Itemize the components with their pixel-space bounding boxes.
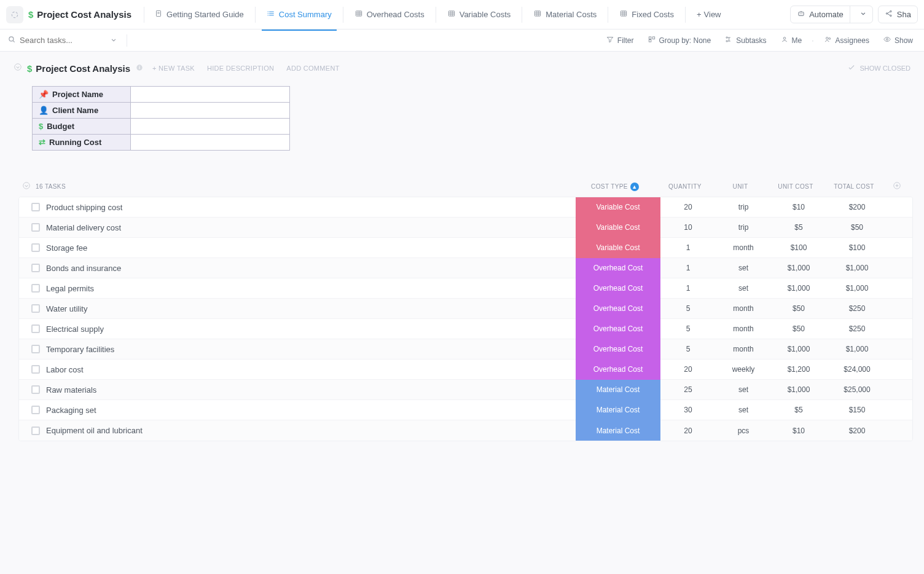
- task-row[interactable]: Product shipping costVariable Cost20trip…: [19, 197, 912, 218]
- subtasks-button[interactable]: Subtasks: [721, 33, 770, 47]
- cell-total-cost[interactable]: $25,000: [826, 385, 888, 394]
- search-box[interactable]: [7, 35, 118, 45]
- task-name[interactable]: Packaging set: [46, 406, 96, 415]
- task-row[interactable]: Electrical supplyOverhead Cost5month$50$…: [19, 319, 912, 339]
- cell-quantity[interactable]: 20: [660, 203, 716, 211]
- cell-total-cost[interactable]: $1,000: [826, 284, 888, 293]
- cost-type-badge[interactable]: Overhead Cost: [576, 278, 660, 299]
- new-task-button[interactable]: + NEW TASK: [149, 63, 198, 73]
- cost-type-badge[interactable]: Variable Cost: [576, 238, 660, 258]
- tab-variable-costs[interactable]: Variable Costs: [442, 6, 516, 23]
- task-status-toggle[interactable]: [31, 203, 40, 211]
- task-name[interactable]: Material delivery cost: [46, 223, 121, 232]
- cost-type-badge[interactable]: Overhead Cost: [576, 258, 660, 278]
- column-total-cost[interactable]: TOTAL COST: [823, 183, 885, 190]
- cell-quantity[interactable]: 5: [660, 345, 716, 353]
- cell-unit-cost[interactable]: $100: [771, 243, 826, 252]
- cell-unit-cost[interactable]: $10: [771, 203, 826, 211]
- task-name[interactable]: Storage fee: [46, 243, 87, 253]
- cell-unit-cost[interactable]: $50: [771, 324, 826, 333]
- cell-unit-cost[interactable]: $10: [771, 427, 826, 435]
- task-row[interactable]: Raw materialsMaterial Cost25set$1,000$25…: [19, 380, 912, 400]
- column-quantity[interactable]: QUANTITY: [657, 183, 713, 190]
- cell-quantity[interactable]: 5: [660, 324, 716, 333]
- cost-type-badge[interactable]: Variable Cost: [576, 197, 660, 218]
- task-name[interactable]: Bonds and insurance: [46, 264, 121, 273]
- summary-value[interactable]: [131, 87, 289, 102]
- task-row[interactable]: Storage feeVariable Cost1month$100$100: [19, 238, 912, 258]
- cell-unit-cost[interactable]: $1,000: [771, 284, 826, 293]
- task-status-toggle[interactable]: [31, 223, 40, 232]
- cell-quantity[interactable]: 1: [660, 264, 716, 272]
- tab-material-costs[interactable]: Material Costs: [528, 6, 601, 23]
- cell-unit[interactable]: month: [716, 324, 771, 333]
- project-title[interactable]: $ Project Cost Analysis: [28, 9, 139, 20]
- cell-quantity[interactable]: 30: [660, 406, 716, 414]
- cost-type-badge[interactable]: Overhead Cost: [576, 299, 660, 319]
- task-name[interactable]: Electrical supply: [46, 324, 104, 334]
- assignees-button[interactable]: Assignees: [820, 33, 873, 47]
- task-status-toggle[interactable]: [31, 264, 40, 272]
- task-status-toggle[interactable]: [31, 304, 40, 313]
- cell-quantity[interactable]: 20: [660, 427, 716, 435]
- chevron-down-icon[interactable]: [854, 6, 872, 23]
- cell-unit-cost[interactable]: $5: [771, 223, 826, 232]
- task-status-toggle[interactable]: [31, 243, 40, 252]
- cell-quantity[interactable]: 20: [660, 365, 716, 374]
- task-name[interactable]: Equipment oil and lubricant: [46, 426, 143, 435]
- cell-unit-cost[interactable]: $1,000: [771, 264, 826, 272]
- cost-type-badge[interactable]: Variable Cost: [576, 218, 660, 238]
- cell-quantity[interactable]: 1: [660, 243, 716, 252]
- task-row[interactable]: Equipment oil and lubricantMaterial Cost…: [19, 420, 912, 441]
- cost-type-badge[interactable]: Material Cost: [576, 400, 660, 420]
- task-name[interactable]: Legal permits: [46, 284, 94, 293]
- task-name[interactable]: Temporary facilities: [46, 345, 114, 354]
- summary-value[interactable]: [131, 119, 289, 134]
- cell-unit[interactable]: pcs: [716, 427, 771, 435]
- show-button[interactable]: Show: [879, 33, 917, 47]
- chevron-down-icon[interactable]: [109, 36, 118, 45]
- cell-unit[interactable]: weekly: [716, 365, 771, 374]
- share-button[interactable]: Sha: [878, 6, 918, 23]
- tab-cost-summary[interactable]: Cost Summary: [262, 6, 337, 23]
- cell-unit[interactable]: set: [716, 385, 771, 394]
- cost-type-badge[interactable]: Overhead Cost: [576, 339, 660, 360]
- cell-unit[interactable]: trip: [716, 203, 771, 211]
- cell-unit[interactable]: month: [716, 304, 771, 313]
- task-row[interactable]: Packaging setMaterial Cost30set$5$150: [19, 400, 912, 420]
- tab-getting-started[interactable]: Getting Started Guide: [149, 6, 249, 23]
- task-row[interactable]: Labor costOverhead Cost20weekly$1,200$24…: [19, 360, 912, 380]
- cost-type-badge[interactable]: Material Cost: [576, 420, 660, 441]
- group-by-button[interactable]: Group by: None: [644, 33, 715, 47]
- cell-unit[interactable]: month: [716, 243, 771, 252]
- cell-unit[interactable]: set: [716, 284, 771, 293]
- add-comment-button[interactable]: ADD COMMENT: [283, 63, 343, 73]
- cell-quantity[interactable]: 10: [660, 223, 716, 232]
- add-view-button[interactable]: +View: [692, 6, 726, 23]
- cell-quantity[interactable]: 1: [660, 284, 716, 293]
- cell-total-cost[interactable]: $1,000: [826, 345, 888, 353]
- task-row[interactable]: Legal permitsOverhead Cost1set$1,000$1,0…: [19, 278, 912, 299]
- task-name[interactable]: Labor cost: [46, 365, 84, 374]
- cell-unit-cost[interactable]: $50: [771, 304, 826, 313]
- show-closed-button[interactable]: SHOW CLOSED: [847, 63, 910, 73]
- hide-description-button[interactable]: HIDE DESCRIPTION: [203, 63, 278, 73]
- task-status-toggle[interactable]: [31, 427, 40, 435]
- me-button[interactable]: Me: [777, 33, 806, 47]
- column-cost-type[interactable]: COST TYPE ▲: [573, 183, 657, 191]
- cell-total-cost[interactable]: $250: [826, 304, 888, 313]
- cost-type-badge[interactable]: Material Cost: [576, 380, 660, 400]
- cell-quantity[interactable]: 25: [660, 385, 716, 394]
- cell-unit[interactable]: trip: [716, 223, 771, 232]
- cell-unit-cost[interactable]: $5: [771, 406, 826, 414]
- task-status-toggle[interactable]: [31, 385, 40, 394]
- filter-button[interactable]: Filter: [602, 33, 638, 47]
- tab-overhead-costs[interactable]: Overhead Costs: [350, 6, 429, 23]
- task-status-toggle[interactable]: [31, 345, 40, 353]
- cell-total-cost[interactable]: $24,000: [826, 365, 888, 374]
- summary-value[interactable]: [131, 135, 289, 150]
- summary-value[interactable]: [131, 103, 289, 118]
- task-row[interactable]: Bonds and insuranceOverhead Cost1set$1,0…: [19, 258, 912, 278]
- cell-unit-cost[interactable]: $1,000: [771, 385, 826, 394]
- cell-unit[interactable]: month: [716, 345, 771, 353]
